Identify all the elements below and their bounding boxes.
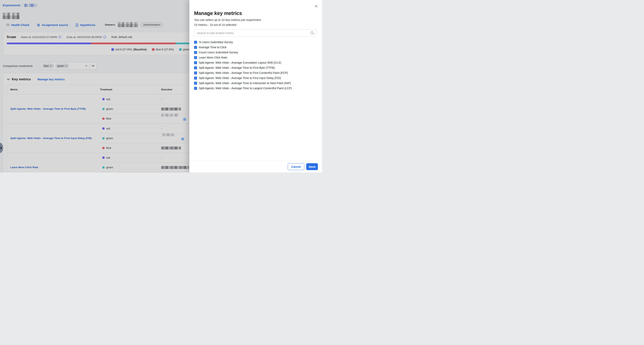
metric-option-label: Split Agents: Web Vitals - Average Time … (199, 66, 275, 69)
checkbox-checked-icon[interactable]: ✓ (194, 66, 197, 69)
checkbox-checked-icon[interactable]: ✓ (194, 46, 197, 49)
metric-option[interactable]: ✓Split Agents: Web Vitals - Average Time… (194, 65, 317, 70)
metric-option-label: Split Agents: Web Vitals - Average Time … (199, 76, 281, 80)
cancel-button[interactable]: Cancel (288, 163, 304, 170)
metric-option[interactable]: ✓Learn More Click Rate (194, 55, 317, 60)
checkbox-checked-icon[interactable]: ✓ (194, 41, 197, 44)
checkbox-checked-icon[interactable]: ✓ (194, 72, 197, 75)
metric-option[interactable]: ✓Average Time to Click (194, 45, 317, 50)
metric-option-label: Split Agents: Web Vitals - Average Time … (199, 87, 292, 90)
checkbox-checked-icon[interactable]: ✓ (194, 61, 197, 64)
checkbox-checked-icon[interactable]: ✓ (194, 77, 197, 80)
panel-footer: Cancel Save (189, 161, 322, 173)
metric-option-label: % Users Submitted Survey (199, 41, 233, 44)
metric-option-label: Split Agents: Web Vitals - Average Time … (199, 82, 291, 85)
app-window: Experiments / Health Check Assignment so… (0, 0, 322, 173)
checkbox-checked-icon[interactable]: ✓ (194, 56, 197, 59)
metric-option-label: Learn More Click Rate (199, 56, 227, 59)
metric-option[interactable]: ✓Split Agents: Web Vitals - Average Time… (194, 75, 317, 81)
panel-title: Manage key metrics (194, 10, 317, 16)
metric-option-label: Split Agents: Web Vitals - Average Time … (199, 71, 288, 75)
checkbox-checked-icon[interactable]: ✓ (194, 87, 197, 90)
checkbox-checked-icon[interactable]: ✓ (194, 51, 197, 54)
metric-option[interactable]: ✓Split Agents: Web Vitals - Average Time… (194, 70, 317, 75)
panel-subtitle: You can select up to 10 key metrics per … (194, 18, 317, 22)
save-button[interactable]: Save (306, 163, 318, 170)
metric-option[interactable]: ✓Split Agents: Web Vitals - Average Time… (194, 86, 317, 91)
metric-option-label: Average Time to Click (199, 46, 226, 49)
checkbox-checked-icon[interactable]: ✓ (194, 82, 197, 85)
metric-checkbox-list: ✓% Users Submitted Survey ✓Average Time … (194, 40, 317, 91)
metric-option[interactable]: ✓% Users Submitted Survey (194, 40, 317, 45)
metric-option[interactable]: ✓Count Users Submitted Survey (194, 50, 317, 55)
close-icon[interactable]: ✕ (314, 4, 318, 9)
selected-count-text: 10 metrics · 10 out of 10 selected (194, 23, 317, 26)
metric-option[interactable]: ✓Split Agents: Web Vitals - Average Time… (194, 81, 317, 86)
manage-key-metrics-panel: ✕ Manage key metrics You can select up t… (189, 0, 322, 173)
search-icon (310, 31, 314, 35)
metric-option-label: Count Users Submitted Survey (199, 51, 238, 54)
metric-option-label: Split Agents: Web Vitals - Average Cumul… (199, 61, 281, 64)
metric-option[interactable]: ✓Split Agents: Web Vitals - Average Cumu… (194, 60, 317, 65)
metric-search-input[interactable] (194, 29, 316, 37)
